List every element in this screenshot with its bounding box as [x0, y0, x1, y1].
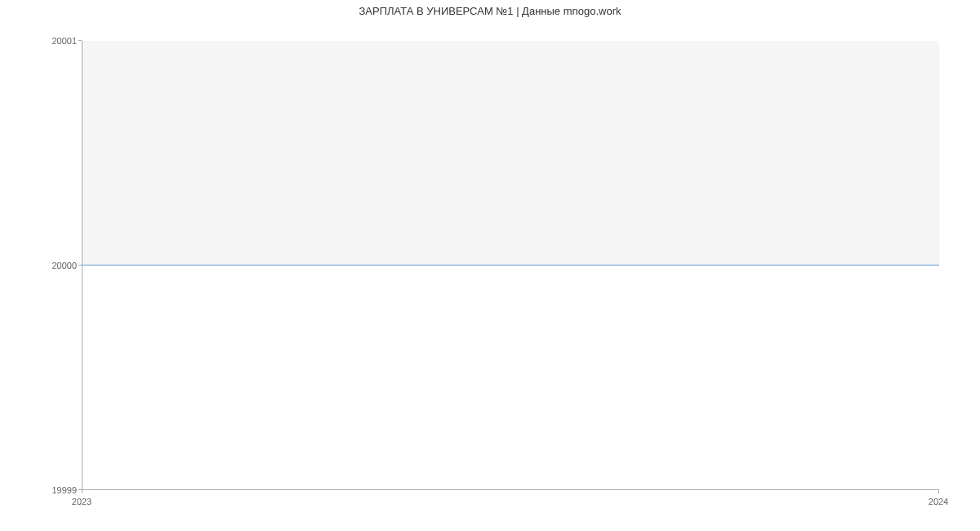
- chart-container: ЗАРПЛАТА В УНИВЕРСАМ №1 | Данные mnogo.w…: [0, 0, 980, 531]
- y-axis-label: 19999: [51, 485, 77, 495]
- x-axis-label: 2023: [72, 497, 91, 506]
- y-axis-label: 20001: [51, 36, 77, 46]
- chart-title: ЗАРПЛАТА В УНИВЕРСАМ №1 | Данные mnogo.w…: [0, 5, 980, 17]
- x-axis-label: 2024: [929, 497, 948, 506]
- y-axis-label: 20000: [51, 261, 77, 270]
- plot-lower-mask: [82, 266, 939, 489]
- data-line: [82, 265, 939, 266]
- x-tick: [82, 490, 82, 493]
- x-tick: [938, 490, 939, 493]
- plot-area: [82, 41, 939, 490]
